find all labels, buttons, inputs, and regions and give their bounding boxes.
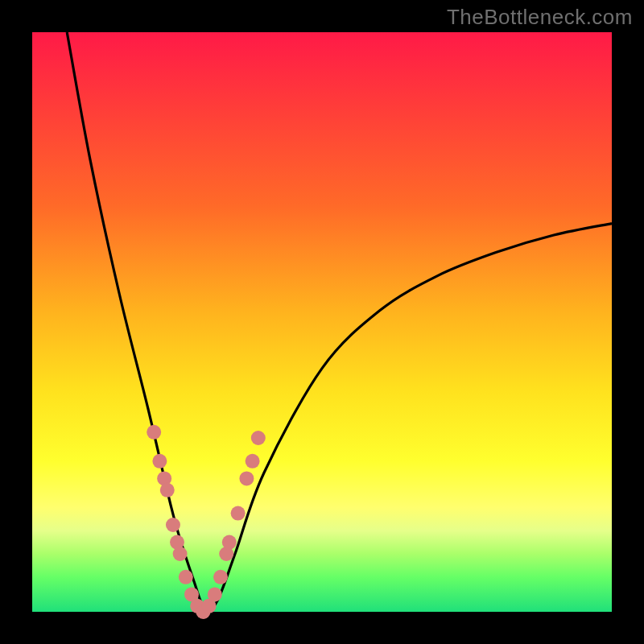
marker-point	[231, 506, 246, 521]
marker-point	[147, 425, 161, 440]
bottleneck-curve-path	[67, 32, 612, 612]
marker-point	[208, 587, 222, 601]
marker-group	[147, 425, 266, 619]
marker-point	[166, 518, 180, 532]
marker-point	[213, 570, 228, 584]
marker-point	[152, 454, 167, 469]
marker-point	[222, 535, 237, 550]
curve-svg	[32, 32, 612, 612]
watermark-text: TheBottleneck.com	[447, 5, 633, 30]
chart-frame: TheBottleneck.com	[0, 0, 644, 644]
marker-point	[251, 431, 266, 445]
marker-point	[239, 471, 254, 485]
marker-point	[160, 483, 175, 497]
marker-point	[179, 570, 193, 584]
plot-area	[32, 32, 612, 612]
marker-point	[173, 547, 188, 561]
marker-point	[246, 454, 260, 469]
